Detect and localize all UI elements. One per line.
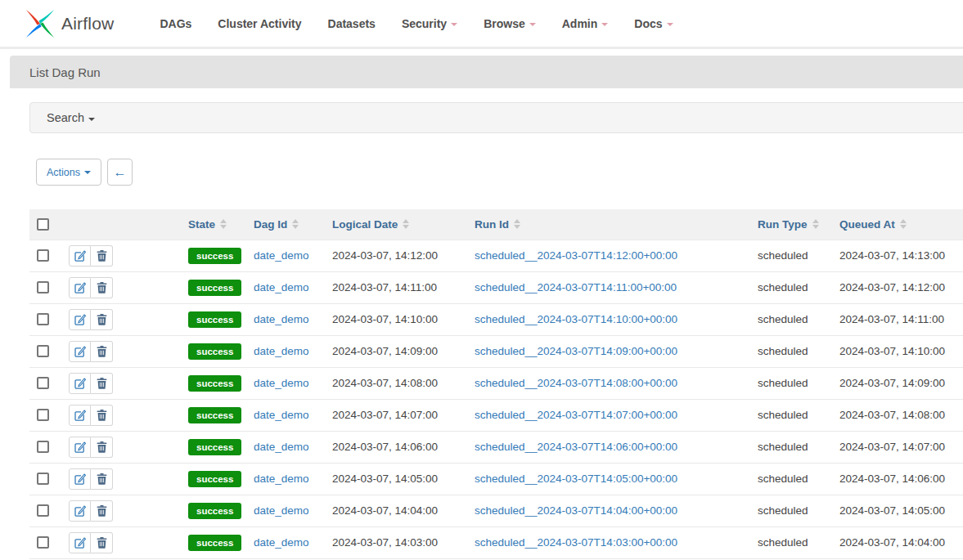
delete-record-button[interactable] xyxy=(91,341,113,362)
dag-id-link[interactable]: date_demo xyxy=(254,345,309,357)
nav-item-security[interactable]: Security xyxy=(389,17,470,30)
nav-item-docs[interactable]: Docs xyxy=(621,17,686,30)
nav-item-cluster-activity[interactable]: Cluster Activity xyxy=(205,17,314,30)
row-checkbox[interactable] xyxy=(37,249,49,262)
run-type-cell: scheduled xyxy=(751,463,833,495)
table-row: successdate_demo2024-03-07, 14:08:00sche… xyxy=(29,367,963,399)
nav-item-dags[interactable]: DAGs xyxy=(146,17,205,30)
edit-record-button[interactable] xyxy=(69,309,91,330)
row-checkbox[interactable] xyxy=(37,281,49,293)
pencil-square-icon xyxy=(74,314,86,325)
run-id-link[interactable]: scheduled__2024-03-07T14:06:00+00:00 xyxy=(475,441,677,453)
run-id-link[interactable]: scheduled__2024-03-07T14:10:00+00:00 xyxy=(475,313,677,325)
dag-id-link[interactable]: date_demo xyxy=(254,473,309,485)
dag-id-link[interactable]: date_demo xyxy=(254,377,309,389)
dag-id-link[interactable]: date_demo xyxy=(254,281,309,293)
header-actions-cell xyxy=(62,209,182,240)
pencil-square-icon xyxy=(74,282,86,293)
airflow-brand[interactable]: Airflow xyxy=(25,8,114,39)
search-dropdown[interactable]: Search xyxy=(29,102,963,133)
dag-id-cell: date_demo xyxy=(247,526,326,558)
trash-icon xyxy=(97,314,107,325)
table-row: successdate_demo2024-03-07, 14:03:00sche… xyxy=(29,526,963,558)
table-row: successdate_demo2024-03-07, 14:10:00sche… xyxy=(29,303,963,335)
state-cell: success xyxy=(182,399,247,431)
run-id-link[interactable]: scheduled__2024-03-07T14:03:00+00:00 xyxy=(475,536,677,549)
dag-id-link[interactable]: date_demo xyxy=(254,249,309,262)
dag-id-link[interactable]: date_demo xyxy=(254,409,309,421)
run-id-cell: scheduled__2024-03-07T14:03:00+00:00 xyxy=(468,526,751,558)
run-id-link[interactable]: scheduled__2024-03-07T14:04:00+00:00 xyxy=(475,504,677,517)
row-checkbox[interactable] xyxy=(37,536,49,549)
delete-record-button[interactable] xyxy=(91,405,113,426)
state-cell: success xyxy=(182,526,247,558)
edit-record-button[interactable] xyxy=(69,373,91,394)
delete-record-button[interactable] xyxy=(91,532,113,553)
run-id-link[interactable]: scheduled__2024-03-07T14:08:00+00:00 xyxy=(475,377,677,389)
nav-item-datasets[interactable]: Datasets xyxy=(315,17,389,30)
delete-record-button[interactable] xyxy=(91,373,113,394)
state-cell: success xyxy=(182,335,247,367)
delete-record-button[interactable] xyxy=(91,245,113,267)
edit-record-button[interactable] xyxy=(69,500,91,522)
actions-button[interactable]: Actions xyxy=(36,159,101,186)
sort-link[interactable]: Run Id xyxy=(475,218,520,231)
pencil-square-icon xyxy=(74,250,86,262)
sort-link[interactable]: Logical Date xyxy=(332,218,409,231)
trash-icon xyxy=(97,378,107,389)
sort-icon xyxy=(403,219,409,229)
nav-item-label: Security xyxy=(402,17,447,30)
table-row: successdate_demo2024-03-07, 14:12:00sche… xyxy=(29,240,963,271)
chevron-down-icon xyxy=(667,23,673,26)
delete-record-button[interactable] xyxy=(91,468,113,490)
sort-link[interactable]: Queued At xyxy=(839,218,907,231)
column-header-label: Run Type xyxy=(758,218,808,231)
delete-record-button[interactable] xyxy=(91,277,113,298)
column-header-label: State xyxy=(188,218,215,231)
nav-item-browse[interactable]: Browse xyxy=(470,17,549,30)
run-type-cell: scheduled xyxy=(751,303,833,335)
row-checkbox[interactable] xyxy=(37,377,49,389)
row-checkbox[interactable] xyxy=(37,345,49,357)
row-checkbox[interactable] xyxy=(37,504,49,517)
trash-icon xyxy=(97,537,107,549)
nav-item-admin[interactable]: Admin xyxy=(549,17,622,30)
column-header-queued-at: Queued At xyxy=(833,209,963,240)
edit-record-button[interactable] xyxy=(69,405,91,426)
row-actions-cell xyxy=(62,526,182,558)
edit-record-button[interactable] xyxy=(69,437,91,458)
dag-id-cell: date_demo xyxy=(247,303,326,335)
run-id-link[interactable]: scheduled__2024-03-07T14:05:00+00:00 xyxy=(475,473,677,485)
dag-id-link[interactable]: date_demo xyxy=(254,504,309,517)
edit-record-button[interactable] xyxy=(69,341,91,362)
delete-record-button[interactable] xyxy=(91,437,113,458)
dag-id-link[interactable]: date_demo xyxy=(254,441,309,453)
logical-date-cell: 2024-03-07, 14:08:00 xyxy=(326,367,468,399)
sort-link[interactable]: Dag Id xyxy=(254,218,299,231)
row-checkbox[interactable] xyxy=(37,313,49,325)
search-label: Search xyxy=(47,111,84,124)
sort-link[interactable]: State xyxy=(188,218,227,231)
edit-record-button[interactable] xyxy=(69,277,91,298)
select-all-checkbox[interactable] xyxy=(37,218,49,231)
row-checkbox[interactable] xyxy=(37,441,49,453)
edit-record-button[interactable] xyxy=(69,468,91,490)
run-id-link[interactable]: scheduled__2024-03-07T14:12:00+00:00 xyxy=(475,249,677,262)
row-checkbox[interactable] xyxy=(37,409,49,421)
back-button[interactable]: ← xyxy=(107,159,133,186)
dag-id-link[interactable]: date_demo xyxy=(254,536,309,549)
trash-icon xyxy=(97,441,107,453)
queued-at-cell: 2024-03-07, 14:08:00 xyxy=(833,399,963,431)
sort-link[interactable]: Run Type xyxy=(758,218,819,231)
run-id-link[interactable]: scheduled__2024-03-07T14:11:00+00:00 xyxy=(475,281,677,293)
dag-id-link[interactable]: date_demo xyxy=(254,313,309,325)
queued-at-cell: 2024-03-07, 14:11:00 xyxy=(833,303,963,335)
delete-record-button[interactable] xyxy=(91,309,113,330)
nav-item-label: Datasets xyxy=(328,17,376,30)
delete-record-button[interactable] xyxy=(91,500,113,522)
run-id-link[interactable]: scheduled__2024-03-07T14:07:00+00:00 xyxy=(475,409,677,421)
edit-record-button[interactable] xyxy=(69,532,91,553)
run-id-link[interactable]: scheduled__2024-03-07T14:09:00+00:00 xyxy=(475,345,677,357)
row-checkbox[interactable] xyxy=(37,473,49,485)
edit-record-button[interactable] xyxy=(69,245,91,267)
